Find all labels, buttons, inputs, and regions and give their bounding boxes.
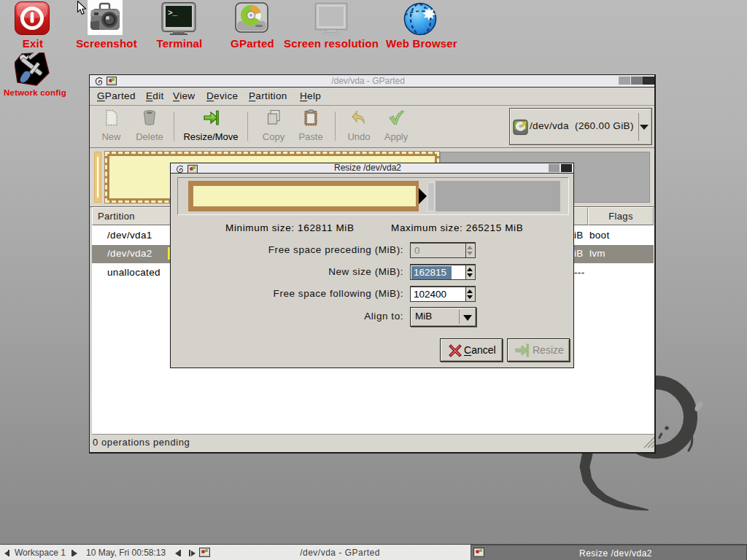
svg-text:>_: >_	[168, 9, 178, 18]
